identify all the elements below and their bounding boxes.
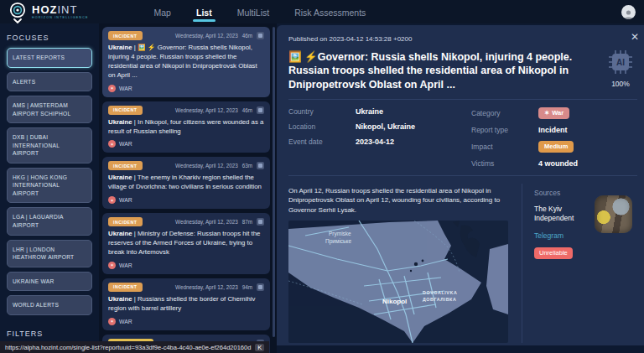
status-key-hint: K (255, 344, 264, 351)
war-category-icon: ✶ (108, 85, 116, 92)
brand-text: HOZINT (32, 4, 89, 15)
war-icon: ✶ (544, 109, 549, 117)
location-value: Nikopol, Ukraine (356, 122, 415, 131)
report-card[interactable]: INCIDENT Wednesday, April 12, 2023 63m U… (102, 157, 270, 209)
location-map[interactable]: Prymiske Приміське Nikopol DOVGALIVKA ДО… (288, 221, 508, 343)
focus-item[interactable]: LHR | LONDON HEATHROW AIRPORT (7, 240, 92, 267)
map-label-prymiske-cyr: Приміське (325, 238, 351, 245)
ai-chip-icon (257, 32, 264, 39)
location-label: Location (288, 122, 356, 131)
category-war-chip[interactable]: ✶War (538, 107, 569, 119)
impact-medium-chip: Medium (538, 141, 574, 153)
source-photo-thumbnail[interactable] (595, 195, 632, 233)
report-detail-panel: ✕ Published on 2023-04-12 14:53:28 +0200… (277, 25, 644, 345)
close-icon[interactable]: ✕ (631, 31, 639, 43)
report-date: Wednesday, April 12, 2023 (175, 284, 238, 290)
report-type-badge: INCIDENT (108, 161, 143, 170)
report-list: INCIDENT Wednesday, April 12, 2023 46m U… (99, 23, 277, 353)
report-card[interactable]: INCIDENT Wednesday, April 12, 2023 46m U… (102, 101, 270, 153)
report-headline: 🖼️ ⚡Governor: Russia shells Nikopol, inj… (288, 50, 609, 91)
report-card[interactable]: INCIDENT Wednesday, April 12, 2023 87m U… (102, 213, 270, 274)
report-type-badge: INCIDENT (108, 217, 143, 226)
focus-item[interactable]: ALERTS (7, 72, 92, 92)
nav-item[interactable]: MultiList (236, 3, 272, 21)
event-date-value: 2023-04-12 (356, 138, 394, 146)
ai-chip-icon (257, 283, 264, 291)
hozint-logo[interactable]: HOZINT HORIZON INTELLIGENCE (8, 0, 89, 23)
focus-item[interactable]: WORLD ALERTS (7, 295, 92, 315)
war-category-icon: ✶ (108, 262, 116, 269)
report-summary: Ukraine | In Nikopol, four citizens were… (108, 118, 264, 137)
impact-label: Impact (471, 143, 538, 151)
brand-tagline: HORIZON INTELLIGENCE (32, 17, 89, 20)
war-tag-label: WAR (119, 319, 132, 324)
report-date: Wednesday, April 12, 2023 (175, 163, 238, 169)
focus-item[interactable]: AMS | AMSTERDAM AIRPORT SCHIPHOL (7, 96, 92, 123)
report-age: 94m (242, 284, 252, 290)
filters-title: FILTERS (7, 330, 92, 338)
svg-text:AI: AI (616, 58, 625, 67)
published-timestamp: Published on 2023-04-12 14:53:28 +0200 (288, 35, 637, 43)
war-category-icon: ✶ (108, 318, 116, 325)
focus-item[interactable]: UKRAINE WAR (7, 272, 92, 292)
report-date: Wednesday, April 12, 2023 (175, 107, 238, 113)
report-type-badge: INCIDENT (108, 31, 143, 40)
report-date: Wednesday, April 12, 2023 (175, 33, 238, 39)
ai-chip-icon (257, 162, 264, 169)
focuses-title: FOCUSES (7, 34, 92, 42)
report-summary: Ukraine | Ministry of Defense: Russian t… (108, 230, 264, 257)
report-summary: Ukraine | The enemy in Kharkiv region sh… (108, 174, 264, 192)
nav-item[interactable]: Map (153, 3, 173, 21)
focus-item[interactable]: HKG | HONG KONG INTERNATIONAL AIRPORT (7, 168, 92, 204)
report-summary: Ukraine | Russians shelled the border of… (108, 295, 264, 314)
report-age: 46m (242, 33, 252, 39)
reliability-badge: Unreliable (534, 247, 573, 259)
report-tags: ✶ WAR (108, 196, 264, 204)
source-name: The Kyiv Independent (534, 205, 595, 224)
report-tags: ✶ WAR (108, 318, 264, 325)
nav-item[interactable]: List (195, 3, 214, 21)
nav-item[interactable]: Risk Assessments (293, 3, 367, 21)
war-tag-label: WAR (119, 262, 132, 268)
focus-item[interactable]: DXB | DUBAI INTERNATIONAL AIRPORT (7, 127, 92, 164)
person-icon (623, 9, 634, 19)
report-date: Wednesday, April 12, 2023 (175, 219, 238, 225)
country-value: Ukraine (356, 107, 383, 116)
sources-section: Sources The Kyiv Independent Telegram Un… (522, 184, 637, 348)
focus-item[interactable]: LGA | LAGUARDIA AIRPORT (7, 207, 92, 235)
report-card[interactable]: INCIDENT Wednesday, April 12, 2023 94m U… (102, 278, 270, 330)
report-type-value: Incident (538, 126, 568, 134)
report-fields: CountryUkraine LocationNikopol, Ukraine … (288, 107, 637, 168)
ai-chip-icon (257, 106, 264, 114)
country-label: Country (288, 107, 356, 116)
main-nav: MapListMultiListRisk Assessments (153, 3, 368, 21)
victims-value: 4 wounded (538, 159, 578, 168)
war-category-icon: ✶ (108, 196, 116, 204)
map-label-dovgalivka: DOVGALIVKA (423, 290, 457, 295)
map-label-dovgalivka-cyr: ДОВГАЛІВКА (423, 297, 456, 302)
report-description: On April 12, Russian troops shelled the … (288, 186, 513, 215)
war-tag-label: WAR (119, 197, 132, 203)
user-avatar[interactable] (621, 5, 636, 19)
report-tags: ✶ WAR (108, 262, 264, 269)
war-tag-label: WAR (119, 141, 132, 147)
report-card[interactable]: INCIDENT Wednesday, April 12, 2023 46m U… (102, 27, 270, 97)
ai-chip-icon: AI (609, 50, 632, 74)
report-tags: ✶ WAR (108, 85, 264, 92)
report-type-label: Report type (471, 126, 538, 134)
report-tags: ✶ WAR (108, 140, 264, 148)
hozint-pin-icon (8, 2, 27, 23)
war-tag-label: WAR (119, 86, 132, 91)
map-label-prymiske: Prymiske (329, 231, 351, 237)
report-summary: Ukraine | 🖼️ ⚡ Governor: Russia shells N… (108, 44, 264, 80)
victims-label: Victims (471, 159, 538, 168)
report-age: 63m (242, 163, 252, 169)
war-category-icon: ✶ (108, 140, 116, 148)
report-age: 46m (242, 107, 252, 113)
browser-status-bar: https://alpha.hozint.com/single-list?rep… (0, 341, 269, 353)
category-label: Category (471, 109, 538, 117)
focus-item[interactable]: LATEST REPORTS (7, 48, 92, 68)
ai-confidence-value: 100% (609, 80, 632, 88)
report-type-badge: INCIDENT (108, 283, 143, 292)
report-type-badge: INCIDENT (108, 106, 143, 115)
